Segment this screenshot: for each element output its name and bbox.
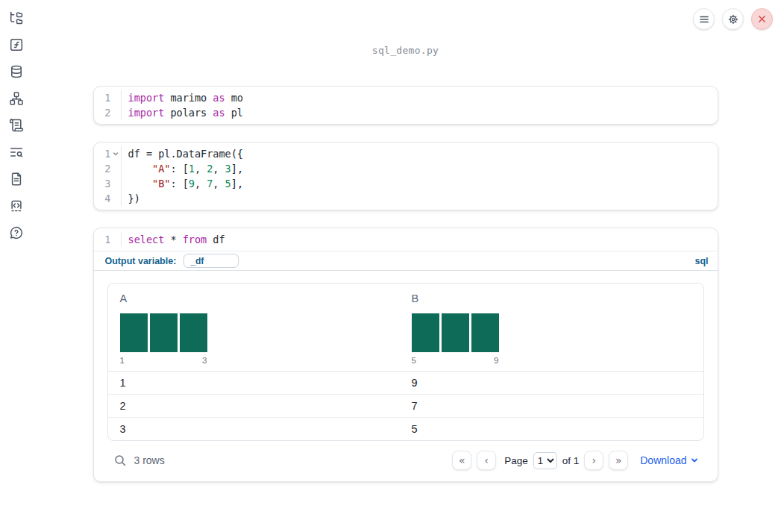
dataframe-table: A 1 3 B 5 9 xyxy=(107,283,704,441)
output-variable-input[interactable] xyxy=(183,254,239,268)
line-number: 3 xyxy=(94,176,111,191)
code-text: }) xyxy=(122,191,140,206)
prev-page-button[interactable]: ‹ xyxy=(477,451,496,470)
sidebar xyxy=(0,0,33,532)
table-cell: 7 xyxy=(406,400,697,412)
code-editor-dataframe[interactable]: 1df = pl.DataFrame({2 "A": [1, 2, 3],3 "… xyxy=(94,143,718,210)
table-row[interactable]: 35 xyxy=(108,417,703,440)
search-icon xyxy=(113,454,127,467)
sql-language-badge: sql xyxy=(694,256,708,266)
table-cell: 9 xyxy=(406,377,697,389)
download-label: Download xyxy=(640,454,686,466)
notebook: sql_demo.py 1import marimo as mo2import … xyxy=(33,0,778,532)
table-cell: 2 xyxy=(114,400,406,412)
table-row[interactable]: 19 xyxy=(108,372,703,394)
column-histogram[interactable] xyxy=(120,313,207,352)
cell-output-area: A 1 3 B 5 9 xyxy=(94,271,718,481)
page-select[interactable]: 1 xyxy=(533,452,557,469)
cell-dataframe: 1df = pl.DataFrame({2 "A": [1, 2, 3],3 "… xyxy=(93,142,718,210)
histogram-bar xyxy=(180,313,207,352)
line-number: 2 xyxy=(94,161,111,176)
first-page-button[interactable]: « xyxy=(452,451,471,470)
chevron-down-icon xyxy=(691,457,698,464)
column-label: A xyxy=(114,292,406,304)
last-page-button[interactable]: » xyxy=(609,451,628,470)
double-chevron-left-icon: « xyxy=(459,455,465,466)
code-text: "A": [1, 2, 3], xyxy=(122,161,244,176)
code-line: 4}) xyxy=(94,191,710,206)
code-snippet-icon[interactable] xyxy=(9,198,24,213)
column-label: B xyxy=(406,292,697,304)
code-text: import polars as pl xyxy=(122,105,243,120)
table-header: A 1 3 B 5 9 xyxy=(108,284,703,372)
page-of-label: of 1 xyxy=(562,455,580,466)
text-search-icon[interactable] xyxy=(9,145,24,160)
line-number: 1 xyxy=(94,146,111,161)
search-button[interactable] xyxy=(113,454,127,467)
next-page-button[interactable]: › xyxy=(584,451,603,470)
table-cell: 5 xyxy=(406,423,697,435)
cell-sql: 1select * from df Output variable: sql A… xyxy=(93,228,718,482)
histogram-bar xyxy=(412,313,439,352)
line-number: 2 xyxy=(94,105,111,120)
line-number: 1 xyxy=(94,232,111,247)
line-number: 4 xyxy=(94,191,111,206)
help-icon[interactable] xyxy=(9,225,24,240)
table-footer: 3 rows « ‹ Page 1 of 1 › » Download xyxy=(107,447,704,474)
code-text: "B": [9, 7, 5], xyxy=(122,176,244,191)
code-line: 1df = pl.DataFrame({ xyxy=(94,146,710,161)
histogram-bar xyxy=(120,313,148,352)
cell-imports: 1import marimo as mo2import polars as pl xyxy=(93,86,718,125)
function-icon[interactable] xyxy=(9,37,24,52)
chevron-right-icon: › xyxy=(592,455,596,466)
download-button[interactable]: Download xyxy=(640,454,697,466)
chevron-left-icon: ‹ xyxy=(484,455,489,466)
code-editor-sql[interactable]: 1select * from df xyxy=(94,228,718,251)
code-line: 3 "B": [9, 7, 5], xyxy=(94,176,710,191)
table-body: 192735 xyxy=(108,372,703,440)
table-column-header-a[interactable]: A 1 3 xyxy=(114,292,406,366)
code-editor-imports[interactable]: 1import marimo as mo2import polars as pl xyxy=(94,87,718,124)
table-row[interactable]: 27 xyxy=(108,394,703,417)
hist-min-label: 5 xyxy=(412,356,416,365)
file-tree-icon[interactable] xyxy=(9,10,24,25)
table-column-header-b[interactable]: B 5 9 xyxy=(406,292,697,366)
histogram-bar xyxy=(150,313,178,352)
code-text: df = pl.DataFrame({ xyxy=(122,146,243,161)
fold-chevron-icon[interactable] xyxy=(111,146,121,161)
sql-cell-toolbar: Output variable: sql xyxy=(94,251,718,271)
dependency-graph-icon[interactable] xyxy=(9,91,24,106)
page-label: Page xyxy=(504,455,528,466)
code-line: 1select * from df xyxy=(94,232,710,247)
scroll-icon[interactable] xyxy=(9,118,24,133)
histogram-bar xyxy=(471,313,499,352)
double-chevron-right-icon: » xyxy=(615,455,622,466)
row-count: 3 rows xyxy=(134,454,165,466)
filename-title: sql_demo.py xyxy=(33,45,778,56)
histogram-bar xyxy=(442,313,469,352)
code-text: import marimo as mo xyxy=(122,90,243,105)
code-line: 2import polars as pl xyxy=(94,105,710,120)
table-cell: 3 xyxy=(114,423,406,435)
database-icon[interactable] xyxy=(9,64,24,79)
code-line: 1import marimo as mo xyxy=(94,90,710,105)
hist-max-label: 9 xyxy=(494,356,498,365)
pagination: « ‹ Page 1 of 1 › » xyxy=(452,451,628,470)
output-variable-label: Output variable: xyxy=(105,256,177,266)
document-icon[interactable] xyxy=(9,172,24,187)
column-histogram[interactable] xyxy=(412,313,499,352)
code-text: select * from df xyxy=(122,232,225,247)
hist-max-label: 3 xyxy=(202,356,207,365)
code-line: 2 "A": [1, 2, 3], xyxy=(94,161,710,176)
hist-min-label: 1 xyxy=(120,356,125,365)
line-number: 1 xyxy=(94,90,111,105)
table-cell: 1 xyxy=(114,377,406,389)
